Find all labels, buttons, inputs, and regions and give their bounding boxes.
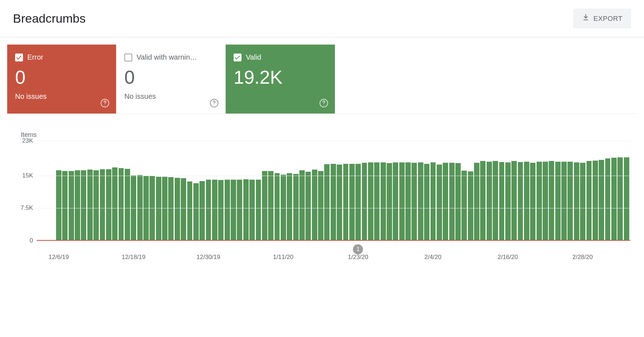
chart-ytick: 7.5K (20, 204, 33, 212)
chart-bar (449, 163, 455, 240)
chart-bar (493, 161, 498, 240)
chart-bar (368, 162, 373, 240)
chart-plot: 1 (37, 141, 630, 241)
chart-bar (549, 161, 554, 240)
chart-bar (231, 180, 236, 240)
export-button[interactable]: EXPORT (573, 9, 631, 28)
chart-bar (355, 164, 361, 240)
checkbox-checked-icon (15, 54, 23, 61)
chart-bar (193, 183, 199, 240)
chart-bar (487, 162, 492, 240)
chart-bar (187, 181, 193, 240)
help-icon[interactable] (100, 98, 110, 108)
chart-bar (218, 180, 224, 240)
chart-bar (567, 162, 573, 240)
chart-bar (175, 178, 180, 240)
chart-bar (62, 171, 68, 240)
chart-bar (555, 162, 561, 240)
chart-gridline (37, 208, 630, 208)
chart-bar (137, 175, 143, 240)
chart-bar (199, 181, 205, 240)
chart-bar (617, 157, 623, 240)
chart-bar (275, 173, 280, 240)
card-valid-value: 19.2K (234, 68, 327, 87)
card-valid-label: Valid (246, 53, 261, 61)
chart-bar (586, 161, 592, 240)
chart-xaxis: 12/6/1912/18/1912/30/191/11/201/23/202/4… (37, 241, 630, 262)
chart-bar (299, 170, 305, 240)
chart-bar (287, 173, 292, 240)
export-label: EXPORT (593, 15, 622, 23)
chart-bar (505, 162, 511, 240)
chart-bar (305, 172, 311, 240)
chart-bar (262, 171, 267, 240)
chart-bar (455, 163, 461, 240)
chart-gridline (37, 176, 630, 176)
chart-bar (499, 162, 505, 240)
card-warning[interactable]: Valid with warnin… 0 No issues (116, 45, 226, 114)
chart-bar (81, 170, 86, 240)
chart-bar (318, 171, 323, 240)
chart-bar (524, 162, 529, 240)
chart-bar (599, 160, 604, 240)
chart-bar (75, 170, 80, 240)
card-error-status: No issues (15, 92, 108, 101)
chart-bar (343, 164, 349, 240)
svg-point-1 (105, 105, 105, 106)
checkbox-checked-icon (234, 54, 242, 61)
chart-bar (537, 162, 542, 240)
chart-bar (387, 163, 392, 240)
chart-bar (281, 175, 286, 240)
checkbox-unchecked-icon (124, 54, 132, 61)
chart-xtick: 12/6/19 (49, 254, 69, 261)
chart-ylabel: Items (21, 131, 630, 139)
help-icon[interactable] (210, 98, 219, 108)
chart-xtick: 2/28/20 (572, 254, 593, 261)
chart-bar (605, 158, 611, 240)
status-cards: Error 0 No issues Valid with warnin… 0 N… (7, 45, 637, 114)
chart-ytick: 0 (30, 237, 33, 244)
chart-bar (312, 170, 317, 240)
chart-bar (418, 162, 423, 240)
chart-bar (349, 164, 355, 240)
page-header: Breadcrumbs EXPORT (0, 0, 644, 37)
chart-yaxis: 23K15K7.5K0 (14, 141, 37, 241)
chart-gridline (37, 141, 630, 141)
chart-bar (468, 171, 473, 240)
card-valid[interactable]: Valid 19.2K (226, 45, 335, 114)
chart-bar (424, 164, 429, 240)
card-warning-status: No issues (124, 92, 217, 101)
card-error-label: Error (27, 53, 43, 61)
chart-bar (237, 180, 242, 240)
chart-bar (93, 170, 99, 240)
card-error[interactable]: Error 0 No issues (7, 45, 116, 114)
chart-bar (399, 162, 405, 240)
chart-bar (393, 162, 398, 240)
chart-xtick: 12/30/19 (197, 254, 220, 261)
chart-bar (225, 180, 230, 240)
chart-xtick: 1/11/20 (273, 254, 294, 261)
chart-bar (212, 180, 217, 240)
card-error-value: 0 (15, 68, 108, 87)
chart-xtick: 2/4/20 (424, 254, 441, 261)
chart-bar (69, 171, 74, 240)
help-icon[interactable] (319, 98, 328, 108)
chart-bar (374, 162, 380, 240)
chart-bars (37, 141, 630, 240)
page-title: Breadcrumbs (13, 11, 86, 26)
chart-bar (511, 161, 517, 240)
chart-bar (131, 175, 136, 240)
chart-bar (119, 168, 124, 240)
chart-bar (168, 177, 174, 240)
chart-bar (100, 169, 105, 240)
svg-point-3 (214, 105, 215, 106)
chart-bar (543, 162, 548, 240)
chart-bar (243, 179, 249, 240)
chart-xtick: 1/23/20 (348, 254, 368, 261)
chart-bar (518, 162, 523, 240)
chart-bar (411, 163, 417, 240)
chart-bar (125, 169, 130, 240)
chart-bar (593, 161, 598, 240)
chart-bar (362, 163, 367, 240)
chart-bar (405, 162, 411, 240)
